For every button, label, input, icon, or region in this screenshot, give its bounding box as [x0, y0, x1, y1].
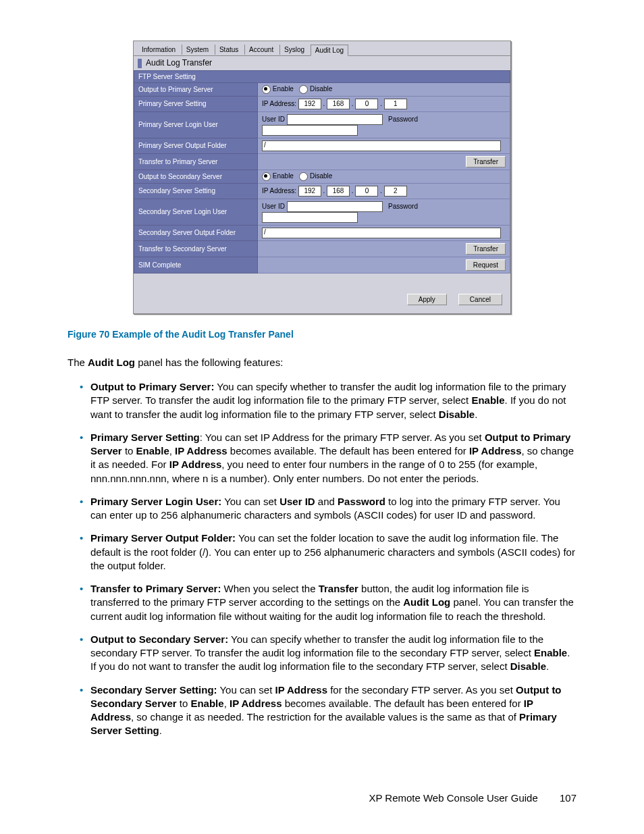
- section-header: FTP Server Setting: [134, 70, 510, 82]
- row-secondary-folder-label: Secondary Server Output Folder: [134, 225, 258, 240]
- b3-d: Password: [338, 496, 385, 507]
- row-output-secondary-value: Enable Disable: [258, 170, 510, 183]
- b2-a: : You can set IP Address for the primary…: [200, 432, 485, 443]
- tab-bar: Information System Status Account Syslog…: [134, 41, 510, 55]
- b4-title: Primary Server Output Folder:: [90, 532, 236, 544]
- b3-b: User ID: [279, 496, 315, 507]
- b7-m: .: [159, 725, 162, 736]
- row-primary-login-value: User ID Password: [258, 111, 510, 138]
- secondary-ip-2[interactable]: 168: [327, 186, 350, 197]
- secondary-folder-input[interactable]: /: [262, 228, 501, 238]
- row-primary-login-label: Primary Server Login User: [134, 111, 258, 138]
- row-sim-label: SIM Complete: [134, 257, 258, 273]
- b7-f: Enable: [190, 698, 223, 709]
- bullet-primary-folder: Primary Server Output Folder: You can se…: [80, 531, 576, 573]
- subheader-text: Audit Log Transfer: [146, 58, 212, 68]
- tab-account[interactable]: Account: [244, 45, 277, 55]
- b1-d: Disable: [439, 409, 475, 420]
- secondary-userid-input[interactable]: [287, 201, 383, 212]
- bullet-primary-setting: Primary Server Setting: You can set IP A…: [80, 431, 576, 486]
- b2-title: Primary Server Setting: [90, 432, 200, 443]
- bullet-secondary-setting: Secondary Server Setting: You can set IP…: [80, 683, 576, 738]
- primary-userid-input[interactable]: [287, 114, 383, 125]
- row-secondary-login-label: Secondary Server Login User: [134, 199, 258, 225]
- audit-log-panel: Information System Status Account Syslog…: [133, 41, 511, 314]
- request-button[interactable]: Request: [466, 259, 506, 271]
- row-primary-setting-value: IP Address: 192 . 168 . 0 . 1: [258, 96, 510, 111]
- row-transfer-primary-label: Transfer to Primary Server: [134, 153, 258, 170]
- transfer-primary-button[interactable]: Transfer: [466, 156, 506, 167]
- b2-f: IP Address: [175, 445, 227, 457]
- b7-c: for the secondary FTP server. As you set: [327, 684, 516, 696]
- b2-c: to: [122, 445, 136, 457]
- row-secondary-folder-value: /: [258, 225, 510, 240]
- b2-e: ,: [169, 445, 175, 457]
- bottom-buttons: Apply Cancel: [134, 273, 510, 313]
- secondary-ip-3[interactable]: 0: [355, 186, 378, 197]
- intro-bold: Audit Log: [88, 357, 135, 368]
- password-label-2: Password: [388, 202, 418, 209]
- row-sim-value: Request: [258, 257, 510, 273]
- subheader-decoration: [138, 59, 142, 68]
- row-primary-folder-label: Primary Server Output Folder: [134, 138, 258, 153]
- bullet-primary-login: Primary Server Login User: You can set U…: [80, 495, 576, 523]
- b7-i: becomes available. The default has been …: [282, 698, 524, 709]
- bullet-transfer-primary: Transfer to Primary Server: When you sel…: [80, 582, 576, 623]
- tab-system[interactable]: System: [182, 45, 213, 55]
- bullet-output-primary: Output to Primary Server: You can specif…: [80, 380, 576, 421]
- secondary-enable-radio[interactable]: [262, 172, 271, 181]
- row-secondary-login-value: User ID Password: [258, 199, 510, 225]
- secondary-disable-label: Disable: [310, 172, 332, 180]
- footer-page-number: 107: [560, 792, 576, 804]
- row-primary-folder-value: /: [258, 138, 510, 153]
- secondary-disable-radio[interactable]: [299, 172, 308, 181]
- row-secondary-setting-label: Secondary Server Setting: [134, 183, 258, 199]
- primary-password-input[interactable]: [262, 125, 358, 136]
- tab-information[interactable]: Information: [138, 45, 180, 55]
- b1-title: Output to Primary Server:: [90, 381, 214, 392]
- secondary-password-input[interactable]: [262, 212, 358, 223]
- primary-folder-input[interactable]: /: [262, 140, 501, 151]
- footer-title: XP Remote Web Console User Guide: [369, 792, 537, 804]
- b2-g: becomes available. The default has been …: [227, 445, 469, 457]
- b2-h: IP Address: [469, 445, 522, 457]
- b6-e: .: [546, 660, 549, 672]
- b7-title: Secondary Server Setting:: [90, 684, 217, 696]
- row-output-primary-label: Output to Primary Server: [134, 82, 258, 96]
- b1-b: Enable: [471, 394, 504, 406]
- secondary-ip-1[interactable]: 192: [298, 186, 321, 197]
- ip-label-2: IP Address:: [262, 187, 296, 194]
- b6-b: Enable: [534, 647, 567, 658]
- cancel-button[interactable]: Cancel: [458, 294, 502, 305]
- figure-caption: Figure 70 Example of the Audit Log Trans…: [68, 329, 576, 340]
- page-footer: XP Remote Web Console User Guide 107: [68, 792, 576, 804]
- primary-disable-radio[interactable]: [299, 85, 308, 94]
- b5-d: Audit Log: [403, 596, 450, 608]
- primary-enable-label: Enable: [273, 85, 294, 93]
- secondary-enable-label: Enable: [273, 172, 294, 180]
- tab-syslog[interactable]: Syslog: [279, 45, 308, 55]
- b6-d: Disable: [510, 660, 546, 672]
- apply-button[interactable]: Apply: [407, 294, 447, 305]
- features-list: Output to Primary Server: You can specif…: [80, 380, 576, 738]
- secondary-ip-4[interactable]: 2: [384, 186, 407, 197]
- b2-d: Enable: [136, 445, 169, 457]
- b7-g: ,: [224, 698, 230, 709]
- transfer-secondary-button[interactable]: Transfer: [466, 243, 506, 255]
- intro-paragraph: The Audit Log panel has the following fe…: [68, 356, 576, 369]
- ftp-table: FTP Server Setting Output to Primary Ser…: [134, 70, 510, 273]
- primary-ip-1[interactable]: 192: [298, 99, 321, 109]
- intro-post: panel has the following features:: [135, 357, 283, 368]
- primary-enable-radio[interactable]: [262, 85, 271, 94]
- b7-e: to: [177, 698, 191, 709]
- primary-disable-label: Disable: [310, 85, 332, 93]
- primary-ip-4[interactable]: 1: [384, 99, 407, 109]
- b7-b: IP Address: [275, 684, 327, 696]
- tab-audit-log[interactable]: Audit Log: [311, 45, 348, 56]
- primary-ip-3[interactable]: 0: [355, 99, 378, 109]
- tab-status[interactable]: Status: [215, 45, 242, 55]
- b5-b: Transfer: [319, 583, 358, 594]
- b7-h: IP Address: [230, 698, 282, 709]
- row-output-primary-value: Enable Disable: [258, 82, 510, 96]
- primary-ip-2[interactable]: 168: [327, 99, 350, 109]
